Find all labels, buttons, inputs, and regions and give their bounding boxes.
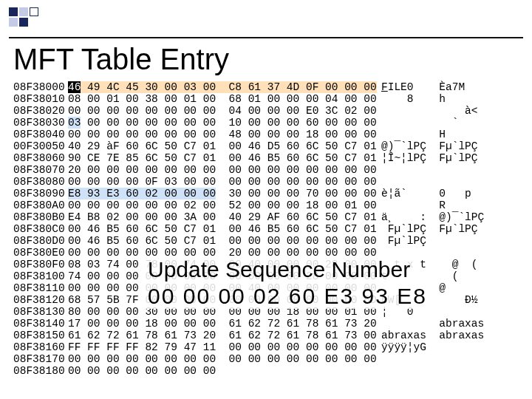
hex-row: 08F380A000 00 00 00 00 00 02 00 52 00 00… — [13, 200, 519, 211]
hex-bytes: 00 00 00 00 00 00 00 00 04 00 00 00 E0 3… — [68, 105, 381, 117]
hex-offset: 08F38000 — [13, 81, 68, 93]
hex-row: 08F3818000 00 00 00 00 00 00 00 — [13, 365, 519, 377]
hex-ascii: Fµ`lPÇ — [381, 235, 426, 247]
hex-offset: 08F380A0 — [13, 200, 68, 211]
hex-offset: 08F380E0 — [13, 247, 68, 259]
deco-square — [19, 18, 28, 27]
hex-bytes: 61 62 72 61 78 61 73 20 61 62 72 61 78 6… — [68, 330, 381, 341]
hex-offset: 08F38070 — [13, 164, 68, 176]
hex-row: 00F3005040 29 àF 60 6C 50 C7 01 00 46 D5… — [13, 140, 519, 152]
hex-ascii: FILE0 Èa7M — [381, 81, 465, 93]
hex-bytes: 00 00 00 00 00 00 00 00 — [68, 365, 381, 377]
hex-ascii: R — [381, 200, 446, 211]
hex-row: 08F380B0E4 B8 02 00 00 00 3A 00 40 29 AF… — [13, 211, 519, 223]
hex-row: 08F3802000 00 00 00 00 00 00 00 04 00 00… — [13, 105, 519, 117]
hex-ascii: ÿÿÿÿ¦yG — [381, 341, 426, 353]
hex-ascii: Fµ`lPÇ Fµ`lPÇ — [381, 223, 478, 235]
slide-root: MFT Table Entry 08F3800046 49 4C 45 30 0… — [0, 0, 532, 399]
hex-ascii: ` — [381, 117, 458, 129]
hex-bytes: 00 00 00 00 00 00 00 00 00 00 00 00 00 0… — [68, 353, 381, 365]
hex-offset: 08F38160 — [13, 341, 68, 353]
callout-value: 00 00 00 02 60 E3 93 E8 — [145, 284, 430, 309]
hex-offset: 08F380B0 — [13, 211, 68, 223]
hex-bytes: 00 00 00 00 00 00 00 00 48 00 00 00 18 0… — [68, 129, 381, 140]
hex-row: 08F3807020 00 00 00 00 00 00 00 00 00 00… — [13, 164, 519, 176]
hex-row: 08F3815061 62 72 61 78 61 73 20 61 62 72… — [13, 330, 519, 341]
hex-ascii: ¦Î~¦lPÇ Fµ`lPÇ — [381, 152, 478, 164]
deco-square — [19, 7, 28, 16]
hex-offset: 08F38080 — [13, 176, 68, 188]
hex-row: 08F38160FF FF FF FF 82 79 47 11 00 00 00… — [13, 341, 519, 353]
hex-bytes: 00 00 00 00 00 00 02 00 52 00 00 00 18 0… — [68, 200, 381, 211]
hex-row: 08F3803003 00 00 00 00 00 00 00 10 00 00… — [13, 117, 519, 129]
hex-offset: 08F38120 — [13, 294, 68, 306]
hex-row: 08F38090E8 93 E3 60 02 00 00 00 30 00 00… — [13, 188, 519, 200]
hex-bytes: E8 93 E3 60 02 00 00 00 30 00 00 00 70 0… — [68, 188, 381, 200]
hex-ascii: @)¯`lPÇ Fµ`lPÇ — [381, 140, 478, 152]
hex-offset: 08F38170 — [13, 353, 68, 365]
hex-bytes: 46 49 4C 45 30 00 03 00 C8 61 37 4D 0F 0… — [68, 81, 381, 93]
hex-offset: 08F380C0 — [13, 223, 68, 235]
hex-dump: 08F3800046 49 4C 45 30 00 03 00 C8 61 37… — [13, 81, 519, 377]
hex-ascii: abraxas — [381, 318, 484, 330]
hex-bytes: 00 00 00 00 0F 03 00 00 00 00 00 00 00 0… — [68, 176, 381, 188]
hex-offset: 08F38150 — [13, 330, 68, 341]
hex-offset: 08F380F0 — [13, 259, 68, 270]
hex-ascii: 8 h — [381, 93, 446, 105]
hex-ascii: ä¸ : @)¯`lPÇ — [381, 211, 484, 223]
hex-bytes: FF FF FF FF 82 79 47 11 00 00 00 00 00 0… — [68, 341, 381, 353]
hex-bytes: 90 CE 7E 85 6C 50 C7 01 00 46 B5 60 6C 5… — [68, 152, 381, 164]
hex-row: 08F3817000 00 00 00 00 00 00 00 00 00 00… — [13, 353, 519, 365]
hex-bytes: 20 00 00 00 00 00 00 00 00 00 00 00 00 0… — [68, 164, 381, 176]
hex-row: 08F3808000 00 00 00 0F 03 00 00 00 00 00… — [13, 176, 519, 188]
hex-offset: 08F38010 — [13, 93, 68, 105]
hex-offset: 08F38040 — [13, 129, 68, 140]
hex-ascii: è¦ã` 0 p — [381, 188, 471, 200]
slide-decoration — [9, 7, 38, 27]
hex-ascii: abraxas abraxas — [381, 330, 484, 341]
hex-offset: 08F38090 — [13, 188, 68, 200]
hex-bytes: 03 00 00 00 00 00 00 00 10 00 00 00 60 0… — [68, 117, 381, 129]
hex-offset: 08F38130 — [13, 306, 68, 318]
hex-offset: 00F30050 — [13, 140, 68, 152]
hex-bytes: 00 46 B5 60 6C 50 C7 01 00 46 B5 60 6C 5… — [68, 223, 381, 235]
hex-ascii: à< — [381, 105, 478, 117]
hex-offset: 08F38030 — [13, 117, 68, 129]
callout-label: Update Sequence Number — [145, 257, 413, 282]
hex-offset: 08F38020 — [13, 105, 68, 117]
hex-row: 08F3814017 00 00 00 18 00 00 00 61 62 72… — [13, 318, 519, 330]
slide-title: MFT Table Entry — [13, 43, 229, 76]
title-divider — [9, 37, 523, 38]
hex-row: 08F3804000 00 00 00 00 00 00 00 48 00 00… — [13, 129, 519, 140]
deco-square — [9, 18, 18, 27]
hex-row: 08F3806090 CE 7E 85 6C 50 C7 01 00 46 B5… — [13, 152, 519, 164]
hex-offset: 08F38180 — [13, 365, 68, 377]
hex-offset: 08F38100 — [13, 270, 68, 282]
hex-offset: 08F380D0 — [13, 235, 68, 247]
deco-square — [9, 7, 18, 16]
hex-row: 08F380D000 46 B5 60 6C 50 C7 01 00 00 00… — [13, 235, 519, 247]
deco-square — [30, 7, 38, 16]
hex-row: 08F380C000 46 B5 60 6C 50 C7 01 00 46 B5… — [13, 223, 519, 235]
hex-offset: 08F38140 — [13, 318, 68, 330]
hex-row: 08F3801008 00 01 00 38 00 01 00 68 01 00… — [13, 93, 519, 105]
hex-offset: 08F38060 — [13, 152, 68, 164]
hex-ascii: H — [381, 129, 446, 140]
hex-bytes: 08 00 01 00 38 00 01 00 68 01 00 00 00 0… — [68, 93, 381, 105]
hex-row: 08F3800046 49 4C 45 30 00 03 00 C8 61 37… — [13, 81, 519, 93]
hex-bytes: E4 B8 02 00 00 00 3A 00 40 29 AF 60 6C 5… — [68, 211, 381, 223]
hex-bytes: 40 29 àF 60 6C 50 C7 01 00 46 D5 60 6C 5… — [68, 140, 381, 152]
hex-offset: 08F38110 — [13, 282, 68, 294]
hex-bytes: 17 00 00 00 18 00 00 00 61 62 72 61 78 6… — [68, 318, 381, 330]
hex-bytes: 00 46 B5 60 6C 50 C7 01 00 00 00 00 00 0… — [68, 235, 381, 247]
